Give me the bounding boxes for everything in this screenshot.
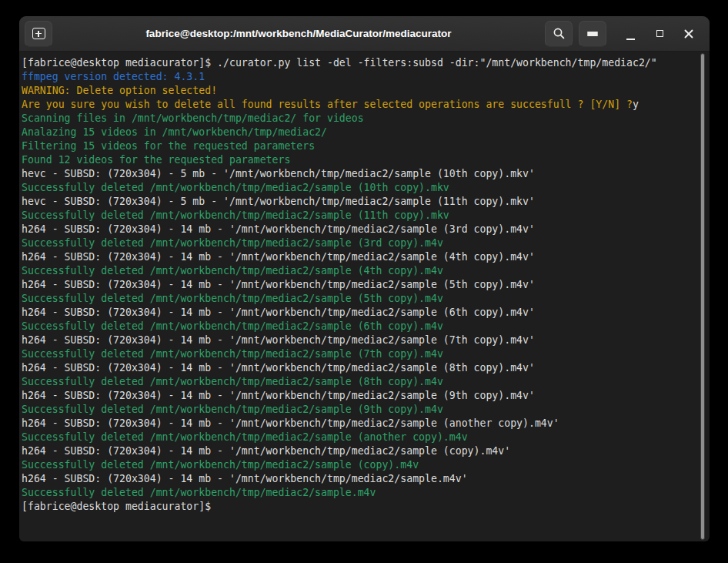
minimize-icon <box>626 39 635 40</box>
new-tab-button[interactable] <box>25 21 52 47</box>
terminal-line: Successfully deleted /mnt/workbench/tmp/… <box>22 264 699 278</box>
terminal-line: Successfully deleted /mnt/workbench/tmp/… <box>22 209 699 223</box>
terminal-line: h264 - SUBSD: (720x304) - 14 mb - '/mnt/… <box>22 361 699 375</box>
terminal-line: Analazing 15 videos in /mnt/workbench/tm… <box>22 126 699 139</box>
terminal-line: ffmpeg version detected: 4.3.1 <box>22 70 699 84</box>
terminal-line: h264 - SUBSD: (720x304) - 14 mb - '/mnt/… <box>22 278 699 292</box>
terminal-line: Filtering 15 videos for the requested pa… <box>22 139 699 153</box>
terminal-output[interactable]: [fabrice@desktop mediacurator]$ ./curato… <box>19 52 710 541</box>
search-icon <box>553 27 566 40</box>
terminal-line: hevc - SUBSD: (720x304) - 5 mb - '/mnt/w… <box>22 195 699 209</box>
terminal-line: h264 - SUBSD: (720x304) - 14 mb - '/mnt/… <box>22 306 699 320</box>
minimize-button[interactable] <box>619 21 642 47</box>
terminal-line: h264 - SUBSD: (720x304) - 14 mb - '/mnt/… <box>22 250 699 264</box>
titlebar: fabrice@desktop:/mnt/workbench/MediaCura… <box>19 16 710 52</box>
window-title: fabrice@desktop:/mnt/workbench/MediaCura… <box>52 16 545 52</box>
terminal-line: hevc - SUBSD: (720x304) - 5 mb - '/mnt/w… <box>22 167 699 181</box>
terminal-line: h264 - SUBSD: (720x304) - 14 mb - '/mnt/… <box>22 472 699 486</box>
maximize-icon <box>656 30 663 37</box>
desktop-background: { "window": { "title": "fabrice@desktop:… <box>0 0 728 563</box>
search-button[interactable] <box>545 21 573 47</box>
terminal-line: h264 - SUBSD: (720x304) - 14 mb - '/mnt/… <box>22 223 699 236</box>
terminal-line: Successfully deleted /mnt/workbench/tmp/… <box>22 458 699 472</box>
terminal-window: fabrice@desktop:/mnt/workbench/MediaCura… <box>19 16 710 541</box>
menu-icon <box>587 32 598 36</box>
terminal-line: h264 - SUBSD: (720x304) - 14 mb - '/mnt/… <box>22 389 699 403</box>
terminal-line: Successfully deleted /mnt/workbench/tmp/… <box>22 375 699 389</box>
terminal-line: Successfully deleted /mnt/workbench/tmp/… <box>22 347 699 361</box>
terminal-line: [fabrice@desktop mediacurator]$ <box>22 500 699 514</box>
terminal-line: WARNING: Delete option selected! <box>22 84 699 98</box>
terminal-line: Successfully deleted /mnt/workbench/tmp/… <box>22 486 699 500</box>
maximize-button[interactable] <box>648 21 671 47</box>
terminal-line: Successfully deleted /mnt/workbench/tmp/… <box>22 431 699 444</box>
terminal-line: h264 - SUBSD: (720x304) - 14 mb - '/mnt/… <box>22 444 699 458</box>
terminal-line: Successfully deleted /mnt/workbench/tmp/… <box>22 403 699 417</box>
terminal-line: h264 - SUBSD: (720x304) - 14 mb - '/mnt/… <box>22 333 699 347</box>
terminal-line: Are you sure you wish to delete all foun… <box>22 98 699 112</box>
terminal-line: Successfully deleted /mnt/workbench/tmp/… <box>22 181 699 195</box>
terminal-line: Successfully deleted /mnt/workbench/tmp/… <box>22 292 699 306</box>
terminal-line: [fabrice@desktop mediacurator]$ ./curato… <box>22 56 699 70</box>
close-button[interactable] <box>677 21 700 47</box>
new-tab-icon <box>32 28 45 39</box>
close-icon <box>684 29 693 39</box>
terminal-line: h264 - SUBSD: (720x304) - 14 mb - '/mnt/… <box>22 417 699 431</box>
scrollbar-thumb[interactable] <box>700 53 705 540</box>
menu-button[interactable] <box>579 21 606 47</box>
terminal-line: Successfully deleted /mnt/workbench/tmp/… <box>22 320 699 333</box>
terminal-line: Found 12 videos for the requested parame… <box>22 153 699 167</box>
terminal-line: Scanning files in /mnt/workbench/tmp/med… <box>22 112 699 126</box>
terminal-line: Successfully deleted /mnt/workbench/tmp/… <box>22 236 699 250</box>
